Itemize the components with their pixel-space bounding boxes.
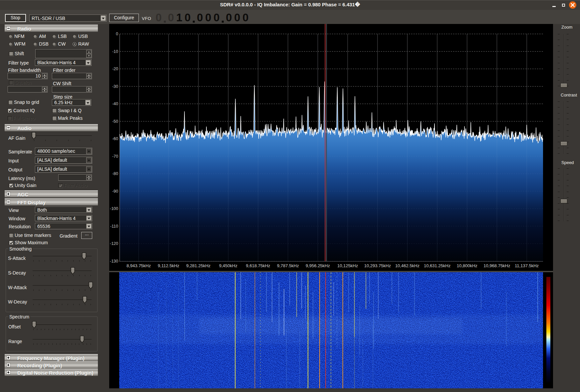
svg-text:10,293.75kHz: 10,293.75kHz [364,263,391,268]
svg-text:10,125kHz: 10,125kHz [337,263,358,268]
svg-text:9,787.5kHz: 9,787.5kHz [277,263,299,268]
svg-text:11,137.5kHz: 11,137.5kHz [515,263,539,268]
svg-text:10,462.5kHz: 10,462.5kHz [395,263,420,268]
svg-text:0: 0 [116,32,118,36]
svg-text:8,943.75kHz: 8,943.75kHz [127,263,151,268]
svg-text:-110: -110 [110,224,118,229]
svg-text:9,956.25kHz: 9,956.25kHz [306,263,330,268]
svg-text:-70: -70 [112,154,118,159]
svg-text:-40: -40 [112,101,118,106]
svg-text:9,281.25kHz: 9,281.25kHz [186,263,210,268]
svg-text:-10: -10 [112,49,118,54]
svg-text:-100: -100 [110,206,118,211]
svg-text:9,450kHz: 9,450kHz [219,263,237,268]
svg-text:9,112.5kHz: 9,112.5kHz [158,263,179,268]
svg-text:-80: -80 [112,171,118,176]
svg-text:10,968.75kHz: 10,968.75kHz [483,263,510,268]
svg-text:-20: -20 [112,67,118,71]
svg-text:-90: -90 [112,189,118,194]
svg-text:10,631.25kHz: 10,631.25kHz [424,263,450,268]
svg-text:-60: -60 [112,136,118,141]
svg-text:-50: -50 [112,119,118,124]
svg-text:10,800kHz: 10,800kHz [457,263,477,268]
svg-text:9,618.75kHz: 9,618.75kHz [246,263,270,268]
svg-text:-120: -120 [110,241,118,246]
svg-text:-30: -30 [112,84,118,89]
svg-text:-130: -130 [110,259,118,264]
